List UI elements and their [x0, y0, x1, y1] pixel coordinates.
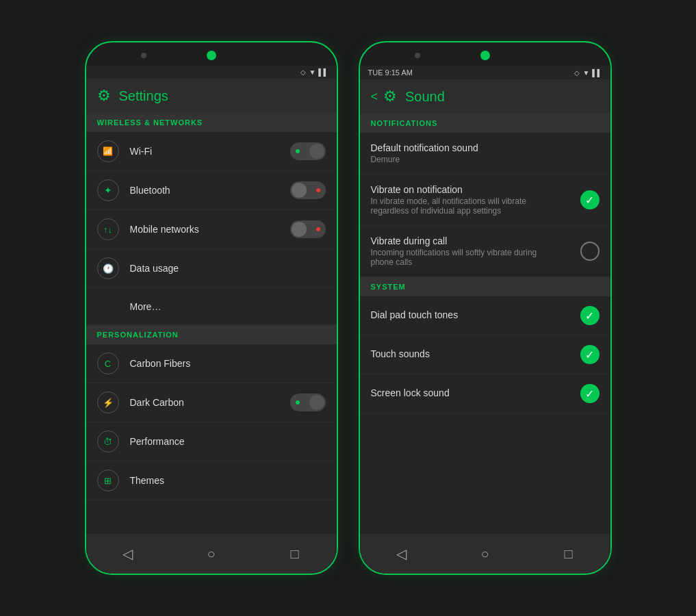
toggle-knob — [309, 144, 324, 159]
carbon-fibers-icon: C — [97, 352, 119, 374]
phone-settings: ◇ ▼ ▌▌ ⚙ Settings WIRELESS & NETWORKS 📶 … — [85, 41, 338, 575]
performance-item[interactable]: ⏱ Performance — [86, 422, 337, 461]
vibrate-notification-checkbox[interactable]: ✓ — [580, 190, 600, 209]
personalization-section-header: PERSONALIZATION — [86, 325, 337, 344]
sound-status-bar: TUE 9:15 AM ◇ ▼ ▌▌ — [360, 66, 610, 79]
toggle-knob — [292, 183, 307, 198]
vibrate-call-sub: Incoming notifications will softly vibra… — [371, 248, 580, 267]
status-bar: ◇ ▼ ▌▌ — [86, 66, 337, 79]
time-display: TUE 9:15 AM — [368, 68, 413, 77]
wifi-toggle[interactable] — [290, 142, 326, 160]
notifications-section-header: NOTIFICATIONS — [360, 114, 610, 133]
sound-recents-button[interactable]: □ — [555, 543, 582, 564]
back-arrow-icon[interactable]: < — [371, 90, 378, 104]
mobile-toggle[interactable] — [290, 220, 326, 238]
status-icons: ◇ ▼ ▌▌ — [300, 68, 328, 76]
wifi-label: Wi-Fi — [130, 146, 290, 157]
camera-dot — [141, 53, 146, 58]
screen-lock-sound-item[interactable]: Screen lock sound ✓ — [360, 374, 610, 413]
touch-sounds-checkbox[interactable]: ✓ — [580, 345, 600, 364]
dark-carbon-icon: ⚡ — [97, 392, 119, 413]
vibrate-notification-title: Vibrate on notification — [371, 184, 580, 195]
battery-icon: ▌▌ — [318, 68, 328, 76]
default-notification-sound-item[interactable]: Default notification sound Demure — [360, 133, 610, 175]
home-button[interactable]: ○ — [198, 543, 225, 564]
phone-top-bar — [86, 42, 337, 66]
sound-title: Sound — [405, 89, 445, 105]
vibrate-on-notification-item[interactable]: Vibrate on notification In vibrate mode,… — [360, 175, 610, 226]
bluetooth-label: Bluetooth — [130, 185, 290, 196]
data-usage-icon: 🕐 — [97, 257, 119, 279]
wifi-status-icon: ▼ — [309, 68, 315, 76]
sim-icon: ◇ — [300, 68, 306, 76]
sound-list: NOTIFICATIONS Default notification sound… — [360, 114, 610, 534]
vibrate-call-checkbox[interactable] — [580, 242, 600, 261]
wireless-section-header: WIRELESS & NETWORKS — [86, 113, 337, 132]
toggle-knob — [292, 222, 307, 237]
dialpad-tones-text: Dial pad touch tones — [371, 309, 580, 322]
themes-label: Themes — [130, 475, 326, 486]
vibrate-notification-text: Vibrate on notification In vibrate mode,… — [371, 184, 580, 216]
data-usage-label: Data usage — [130, 263, 326, 274]
sound-appbar: < ⚙ Sound — [360, 79, 610, 114]
vibrate-call-text: Vibrate during call Incoming notificatio… — [371, 235, 580, 267]
screen-lock-title: Screen lock sound — [371, 387, 580, 398]
phone-sound: TUE 9:15 AM ◇ ▼ ▌▌ < ⚙ Sound NOTIFICATIO… — [359, 41, 612, 575]
more-label: More… — [97, 301, 326, 312]
back-button[interactable]: ◁ — [114, 543, 142, 564]
battery-icon-2: ▌▌ — [592, 69, 602, 77]
notification-sound-sub: Demure — [371, 155, 600, 164]
recents-button[interactable]: □ — [281, 543, 309, 564]
sound-back-button[interactable]: ◁ — [388, 543, 415, 564]
bluetooth-icon: ✦ — [97, 179, 119, 201]
touch-sounds-title: Touch sounds — [371, 348, 580, 359]
bottom-nav: ◁ ○ □ — [86, 534, 337, 574]
wifi-status-icon-2: ▼ — [582, 69, 589, 77]
toggle-dot — [296, 149, 300, 153]
wifi-icon: 📶 — [97, 140, 119, 162]
toggle-dot — [296, 400, 300, 405]
dark-carbon-toggle[interactable] — [290, 394, 326, 411]
sound-status-icons: ◇ ▼ ▌▌ — [574, 69, 602, 77]
front-camera — [207, 51, 216, 60]
toggle-knob — [309, 395, 324, 410]
bluetooth-toggle[interactable] — [290, 181, 326, 199]
touch-sounds-item[interactable]: Touch sounds ✓ — [360, 335, 610, 374]
sound-gear-icon: ⚙ — [383, 88, 397, 105]
performance-label: Performance — [130, 436, 326, 447]
more-item[interactable]: More… — [86, 288, 337, 325]
dark-carbon-item[interactable]: ⚡ Dark Carbon — [86, 383, 337, 422]
sim-icon-2: ◇ — [574, 69, 580, 77]
camera-dot-2 — [415, 53, 420, 58]
toggle-dot — [316, 188, 320, 192]
screen-lock-checkbox[interactable]: ✓ — [580, 384, 600, 403]
settings-title: Settings — [119, 88, 168, 104]
vibrate-notification-sub: In vibrate mode, all notifications will … — [371, 196, 580, 216]
data-usage-item[interactable]: 🕐 Data usage — [86, 249, 337, 288]
phone2-top-bar — [360, 42, 610, 66]
mobile-networks-item[interactable]: ↑↓ Mobile networks — [86, 210, 337, 249]
front-camera-2 — [480, 51, 490, 60]
vibrate-call-title: Vibrate during call — [371, 235, 580, 246]
settings-list: WIRELESS & NETWORKS 📶 Wi-Fi ✦ Bluetooth — [86, 113, 337, 534]
settings-appbar: ⚙ Settings — [86, 79, 337, 113]
wifi-item[interactable]: 📶 Wi-Fi — [86, 132, 337, 171]
sound-screen: TUE 9:15 AM ◇ ▼ ▌▌ < ⚙ Sound NOTIFICATIO… — [360, 66, 610, 574]
toggle-dot — [316, 227, 320, 231]
vibrate-during-call-item[interactable]: Vibrate during call Incoming notificatio… — [360, 226, 610, 277]
dialpad-tones-item[interactable]: Dial pad touch tones ✓ — [360, 296, 610, 335]
performance-icon: ⏱ — [97, 431, 119, 452]
system-section-header: SYSTEM — [360, 277, 610, 296]
themes-item[interactable]: ⊞ Themes — [86, 461, 337, 500]
sound-bottom-nav: ◁ ○ □ — [360, 534, 610, 574]
dark-carbon-label: Dark Carbon — [130, 397, 290, 408]
carbon-fibers-item[interactable]: C Carbon Fibers — [86, 344, 337, 383]
touch-sounds-text: Touch sounds — [371, 348, 580, 361]
dialpad-tones-title: Dial pad touch tones — [371, 309, 580, 320]
themes-icon: ⊞ — [97, 470, 119, 491]
bluetooth-item[interactable]: ✦ Bluetooth — [86, 171, 337, 210]
settings-gear-icon: ⚙ — [97, 87, 111, 105]
sound-home-button[interactable]: ○ — [472, 543, 499, 564]
carbon-fibers-label: Carbon Fibers — [130, 358, 326, 369]
dialpad-tones-checkbox[interactable]: ✓ — [580, 306, 600, 325]
